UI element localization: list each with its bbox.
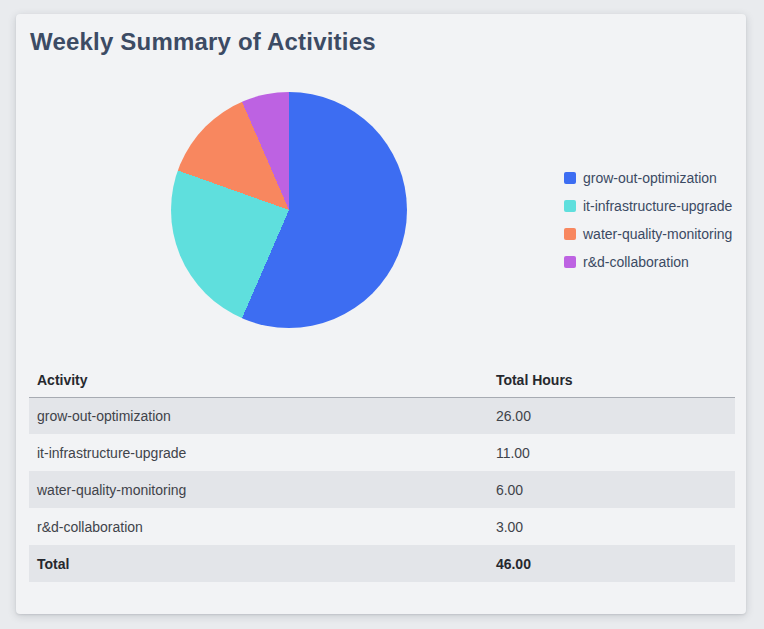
activity-cell: r&d-collaboration <box>29 508 488 545</box>
chart-legend: grow-out-optimization it-infrastructure-… <box>564 164 732 276</box>
legend-label: grow-out-optimization <box>583 170 717 186</box>
hours-cell: 6.00 <box>488 471 735 508</box>
legend-item: it-infrastructure-upgrade <box>564 192 732 220</box>
table-header-row: Activity Total Hours <box>29 363 735 397</box>
table-row: r&d-collaboration 3.00 <box>29 508 735 545</box>
legend-item: grow-out-optimization <box>564 164 732 192</box>
legend-label: water-quality-monitoring <box>583 226 732 242</box>
table-row: it-infrastructure-upgrade 11.00 <box>29 434 735 471</box>
weekly-summary-card: Weekly Summary of Activities grow-out-op… <box>16 14 746 614</box>
hours-cell: 3.00 <box>488 508 735 545</box>
legend-label: it-infrastructure-upgrade <box>583 198 732 214</box>
legend-label: r&d-collaboration <box>583 254 689 270</box>
legend-swatch-icon <box>564 256 576 268</box>
legend-item: r&d-collaboration <box>564 248 732 276</box>
activity-cell: water-quality-monitoring <box>29 471 488 508</box>
activity-hours-table: Activity Total Hours grow-out-optimizati… <box>29 363 735 582</box>
table-row: water-quality-monitoring 6.00 <box>29 471 735 508</box>
total-label-cell: Total <box>29 545 488 582</box>
hours-cell: 11.00 <box>488 434 735 471</box>
pie-chart <box>171 92 407 328</box>
legend-item: water-quality-monitoring <box>564 220 732 248</box>
table-row: grow-out-optimization 26.00 <box>29 397 735 434</box>
column-header-activity: Activity <box>29 363 488 397</box>
column-header-total-hours: Total Hours <box>488 363 735 397</box>
legend-swatch-icon <box>564 228 576 240</box>
activity-cell: grow-out-optimization <box>29 397 488 434</box>
hours-cell: 26.00 <box>488 397 735 434</box>
legend-swatch-icon <box>564 172 576 184</box>
activity-cell: it-infrastructure-upgrade <box>29 434 488 471</box>
legend-swatch-icon <box>564 200 576 212</box>
total-hours-cell: 46.00 <box>488 545 735 582</box>
page-title: Weekly Summary of Activities <box>30 28 376 56</box>
table-total-row: Total 46.00 <box>29 545 735 582</box>
